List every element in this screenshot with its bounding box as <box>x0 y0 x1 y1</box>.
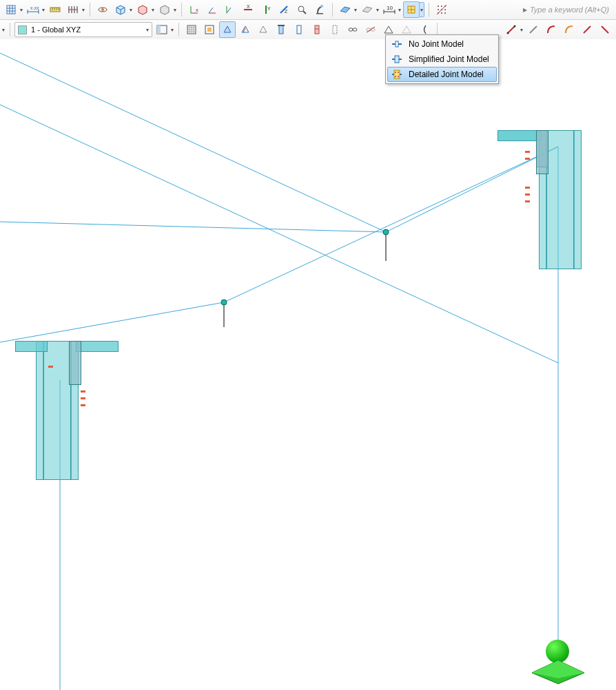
svg-rect-78 <box>279 25 283 34</box>
dropdown-arrow-icon[interactable]: ▼ <box>173 2 177 17</box>
projection-1-icon[interactable] <box>219 21 236 38</box>
model-viewport[interactable] <box>0 39 616 690</box>
cube-red-icon[interactable] <box>134 1 151 18</box>
draw-line-gray-icon[interactable] <box>525 21 542 38</box>
axis-xy-icon[interactable]: X <box>186 1 203 18</box>
grid-5x5-icon[interactable] <box>183 21 200 38</box>
dimension-xx-icon[interactable]: x.xx <box>25 1 41 18</box>
joint-simplified-icon <box>391 54 403 64</box>
chain-off-icon[interactable] <box>362 21 379 38</box>
svg-text:Y: Y <box>267 6 271 11</box>
dropdown-arrow-icon[interactable]: ▼ <box>81 2 85 17</box>
svg-line-33 <box>227 8 231 13</box>
wall-section-icon[interactable] <box>309 21 325 38</box>
svg-line-94 <box>530 26 537 33</box>
projection-3-icon[interactable] <box>255 21 271 38</box>
dropdown-arrow-icon[interactable]: ▼ <box>520 22 524 37</box>
coord-system-label: 1 - Global XYZ <box>31 25 81 34</box>
dropdown-arrow-icon[interactable]: ▼ <box>170 22 174 37</box>
dropdown-arrow-icon[interactable]: ▼ <box>1 22 6 37</box>
separator <box>181 3 182 17</box>
cube-blue-icon[interactable] <box>112 1 129 18</box>
joint-model-icon[interactable] <box>403 1 420 18</box>
ruler-icon[interactable] <box>47 1 63 18</box>
toolbar-top: ▼ x.xx ▼ ▼ ▼ ▼ ▼ X X Y Z <box>0 0 616 20</box>
axis-x-icon[interactable]: X <box>240 1 256 18</box>
svg-point-104 <box>398 72 399 73</box>
svg-rect-80 <box>297 25 301 34</box>
axis-xz-icon[interactable] <box>204 1 220 18</box>
axis-y-icon[interactable]: Y <box>258 1 274 18</box>
joint-detailed-icon <box>391 70 403 79</box>
cube-gray-icon[interactable] <box>156 1 173 18</box>
svg-point-93 <box>514 25 516 28</box>
zoom-orbit-icon[interactable] <box>94 1 111 18</box>
draw-line-red2-icon[interactable] <box>579 21 595 38</box>
svg-rect-73 <box>207 28 212 32</box>
svg-marker-90 <box>402 26 411 33</box>
draw-arc-red-icon[interactable] <box>543 21 559 38</box>
menu-item-label: Simplified Joint Model <box>409 54 489 64</box>
svg-rect-0 <box>7 6 15 14</box>
chain-icon[interactable] <box>345 21 361 38</box>
svg-point-105 <box>395 76 396 77</box>
plane-blue-icon[interactable] <box>337 1 353 18</box>
chevron-down-icon: ▾ <box>146 27 149 33</box>
combo-swatch-icon <box>18 25 27 34</box>
menu-item-no-joint[interactable]: No Joint Model <box>387 36 497 52</box>
svg-line-109 <box>0 222 386 232</box>
align-fence-icon[interactable] <box>65 1 81 18</box>
grid-accent-icon[interactable] <box>201 21 218 38</box>
distance-10-icon[interactable]: 10 <box>381 1 398 18</box>
plane-gray-icon[interactable] <box>359 1 376 18</box>
coord-system-combo[interactable]: 1 - Global XYZ ▾ <box>14 22 152 37</box>
microscope-icon[interactable] <box>311 1 328 18</box>
grid-icon[interactable] <box>3 1 19 18</box>
svg-point-58 <box>444 9 446 10</box>
dropdown-arrow-icon[interactable]: ▼ <box>398 2 402 17</box>
draw-arc-orange-icon[interactable] <box>561 21 577 38</box>
menu-item-detailed-joint[interactable]: Detailed Joint Model <box>387 67 497 82</box>
panel-left-icon[interactable] <box>154 21 170 38</box>
dropdown-arrow-icon[interactable]: ▼ <box>19 2 23 17</box>
menu-item-simplified-joint[interactable]: Simplified Joint Model <box>387 52 497 67</box>
wall-hidden-icon[interactable] <box>327 21 343 38</box>
dropdown-arrow-icon[interactable]: ▼ <box>129 2 133 17</box>
svg-line-107 <box>0 53 386 232</box>
draw-line-diag-icon[interactable] <box>503 21 520 38</box>
model-node <box>383 229 389 236</box>
menu-item-label: No Joint Model <box>409 39 464 49</box>
toolbar-second: ▼ 1 - Global XYZ ▾ ▼ <box>0 20 616 40</box>
dropdown-arrow-icon[interactable]: ▼ <box>151 2 155 17</box>
keyword-search[interactable]: ▶ Type a keyword (Alt+Q) <box>523 6 613 14</box>
separator <box>90 3 90 17</box>
axis-z-icon[interactable]: Z <box>276 1 292 18</box>
zoom-fit-icon[interactable] <box>294 1 310 18</box>
svg-line-96 <box>602 26 608 33</box>
svg-rect-81 <box>315 25 319 34</box>
svg-point-92 <box>507 32 509 34</box>
svg-marker-75 <box>242 26 249 32</box>
dropdown-arrow-icon[interactable]: ▼ <box>41 2 45 17</box>
axis-yz-icon[interactable] <box>222 1 238 18</box>
svg-marker-89 <box>384 26 393 33</box>
dropdown-arrow-icon[interactable]: ▼ <box>376 2 380 17</box>
svg-text:X: X <box>247 4 250 9</box>
draw-line-red3-icon[interactable] <box>597 21 613 38</box>
joint-none-icon <box>391 39 403 49</box>
wall-open-icon[interactable] <box>291 21 307 38</box>
svg-point-20 <box>101 8 104 11</box>
grid-dots-icon[interactable] <box>433 1 450 18</box>
svg-point-54 <box>441 6 442 7</box>
dropdown-arrow-icon[interactable]: ▼ <box>420 2 424 17</box>
dropdown-arrow-icon[interactable]: ▼ <box>353 2 358 17</box>
svg-line-95 <box>584 26 591 33</box>
svg-rect-64 <box>157 25 161 34</box>
projection-2-icon[interactable] <box>237 21 254 38</box>
separator <box>178 23 179 36</box>
model-node <box>221 300 227 306</box>
steel-joint-left <box>15 341 119 479</box>
wall-cap-icon[interactable] <box>273 21 289 38</box>
svg-rect-100 <box>395 56 399 63</box>
svg-text:10: 10 <box>387 5 393 11</box>
